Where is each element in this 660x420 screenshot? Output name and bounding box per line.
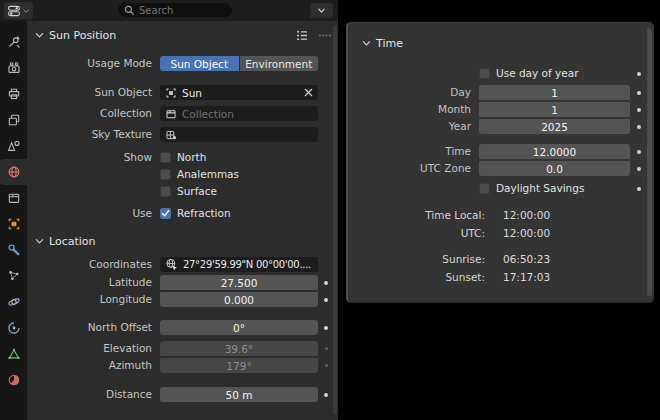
north-checkbox-label[interactable]: North	[177, 150, 206, 165]
tab-material[interactable]	[0, 367, 27, 393]
sunrise-row: Sunrise: 06:50:23	[348, 252, 654, 267]
object-icon	[7, 217, 21, 231]
distance-row: Distance 50 m	[27, 387, 338, 402]
sunrise-value: 06:50:23	[493, 252, 550, 267]
properties-scrollbar[interactable]	[333, 25, 337, 415]
animate-dot[interactable]	[324, 326, 328, 330]
panel-title: Sun Position	[49, 29, 116, 42]
year-slider[interactable]: 2025	[479, 119, 630, 134]
refraction-checkbox[interactable]	[160, 208, 171, 219]
daylight-savings-label[interactable]: Daylight Savings	[496, 181, 584, 196]
sky-texture-row: Sky Texture	[27, 127, 338, 142]
collection-row: Collection Collection	[27, 106, 338, 121]
animate-dot[interactable]	[637, 150, 641, 154]
time-row: Time 12.0000	[348, 144, 654, 159]
elevation-label: Elevation	[27, 341, 160, 356]
utc-label: UTC:	[348, 226, 493, 241]
elevation-slider: 39.6°	[160, 341, 318, 356]
surface-checkbox[interactable]	[160, 186, 171, 197]
coordinates-field[interactable]: 27°29'59.99"N 00°00'00....	[160, 257, 318, 272]
use-refraction-row: Use Refraction	[27, 206, 338, 221]
day-label: Day	[348, 85, 479, 100]
elevation-row: Elevation 39.6°	[27, 341, 338, 356]
animate-dot	[325, 364, 328, 367]
tab-object-data[interactable]	[0, 341, 27, 367]
animate-dot[interactable]	[324, 281, 328, 285]
longitude-slider[interactable]: 0.000	[160, 292, 318, 307]
animate-dot[interactable]	[637, 72, 641, 76]
texture-icon	[165, 129, 177, 141]
sky-texture-field[interactable]	[160, 127, 318, 142]
tab-world[interactable]	[0, 159, 27, 185]
properties-tab-rail	[0, 21, 27, 420]
animate-dot[interactable]	[637, 91, 641, 95]
north-offset-slider[interactable]: 0°	[160, 320, 318, 335]
render-camera-icon	[7, 61, 21, 75]
time-panel-header[interactable]: Time	[362, 35, 648, 52]
collection-box-icon	[165, 108, 177, 120]
sun-object-field[interactable]: Sun	[160, 85, 318, 100]
physics-orbit-icon	[7, 295, 21, 309]
particles-icon	[7, 269, 21, 283]
latitude-slider[interactable]: 27.500	[160, 275, 318, 290]
use-day-of-year-label[interactable]: Use day of year	[496, 66, 579, 81]
tab-particles[interactable]	[0, 263, 27, 289]
usage-mode-environment-button[interactable]: Environment	[240, 56, 319, 71]
sun-object-value: Sun	[182, 87, 299, 99]
tab-object[interactable]	[0, 211, 27, 237]
tab-physics[interactable]	[0, 289, 27, 315]
tab-output[interactable]	[0, 81, 27, 107]
sky-texture-label: Sky Texture	[27, 127, 160, 142]
tab-view-layer[interactable]	[0, 107, 27, 133]
month-slider[interactable]: 1	[479, 102, 630, 117]
tab-collection[interactable]	[0, 185, 27, 211]
search-field[interactable]	[118, 3, 232, 17]
animate-dot	[325, 347, 328, 350]
panel-options-dots-icon[interactable]	[318, 29, 332, 42]
time-slider[interactable]: 12.0000	[479, 144, 630, 159]
chevron-down-icon	[317, 6, 326, 15]
tab-render[interactable]	[0, 55, 27, 81]
time-sidebar-panel: Time Use day of year Day 1 Month 1 Year …	[346, 22, 654, 303]
analemmas-checkbox[interactable]	[160, 169, 171, 180]
north-checkbox[interactable]	[160, 152, 171, 163]
use-label: Use	[27, 206, 160, 221]
location-panel-header[interactable]: Location	[35, 233, 332, 250]
tab-tool[interactable]	[0, 29, 27, 55]
use-day-of-year-checkbox[interactable]	[479, 68, 490, 79]
wrench-icon	[7, 243, 21, 257]
time-local-row: Time Local: 12:00:00	[348, 208, 654, 223]
animate-dot[interactable]	[637, 167, 641, 171]
animate-dot[interactable]	[324, 298, 328, 302]
tab-modifiers[interactable]	[0, 237, 27, 263]
analemmas-checkbox-label[interactable]: Analemmas	[177, 167, 239, 182]
day-slider[interactable]: 1	[479, 85, 630, 100]
time-label: Time	[348, 144, 479, 159]
animate-dot[interactable]	[324, 393, 328, 397]
editor-type-button[interactable]	[4, 2, 33, 19]
tab-scene[interactable]	[0, 133, 27, 159]
refraction-checkbox-label[interactable]: Refraction	[177, 206, 231, 221]
presets-list-icon[interactable]	[296, 29, 309, 42]
distance-slider[interactable]: 50 m	[160, 387, 318, 402]
tab-constraints[interactable]	[0, 315, 27, 341]
search-input[interactable]	[139, 5, 226, 16]
sidebar-scrollbar[interactable]	[647, 28, 652, 296]
sunrise-label: Sunrise:	[348, 252, 493, 267]
animate-dot[interactable]	[637, 108, 641, 112]
chevron-down-icon	[22, 7, 30, 15]
constraints-icon	[7, 321, 21, 335]
clear-x-icon[interactable]	[304, 88, 313, 97]
year-label: Year	[348, 119, 479, 134]
panel-title: Location	[49, 235, 96, 248]
utc-zone-slider[interactable]: 0.0	[479, 161, 630, 176]
sun-position-panel-header[interactable]: Sun Position	[35, 27, 332, 44]
animate-dot[interactable]	[637, 125, 641, 129]
animate-dot[interactable]	[637, 187, 641, 191]
usage-mode-sun-object-button[interactable]: Sun Object	[160, 56, 239, 71]
daylight-savings-checkbox[interactable]	[479, 183, 490, 194]
collection-field[interactable]: Collection	[160, 106, 318, 121]
surface-checkbox-label[interactable]: Surface	[177, 184, 217, 199]
day-row: Day 1	[348, 85, 654, 100]
filter-dropdown-button[interactable]	[310, 3, 333, 18]
